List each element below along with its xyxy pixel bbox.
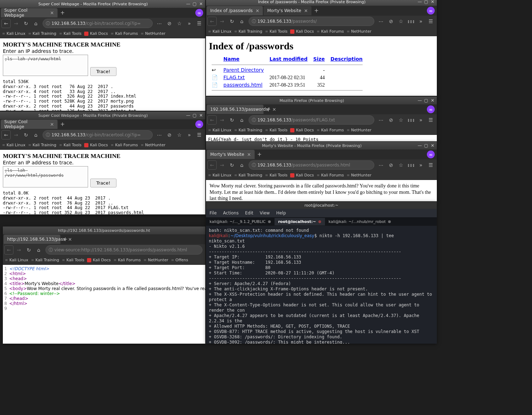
titlebar[interactable]: Super Cool Webpage - Mozilla Firefox (Pr… — [0, 111, 205, 119]
minimize-button[interactable]: — — [185, 1, 191, 7]
titlebar[interactable]: Morty's Website - Mozilla Firefox (Priva… — [206, 142, 437, 149]
home-button[interactable]: ⌂ — [31, 19, 40, 28]
new-tab-button[interactable]: + — [264, 105, 273, 114]
reload-button[interactable]: ↻ — [24, 245, 33, 255]
bookmark-star-icon[interactable]: ☆ — [175, 130, 184, 140]
menu-view[interactable]: View — [260, 211, 270, 215]
menu-dots-icon[interactable]: ⋯ — [155, 19, 164, 28]
reload-button[interactable]: ↻ — [227, 17, 237, 26]
bookmark-item[interactable]: ≡Kali Training — [31, 258, 59, 262]
overflow-button[interactable]: » — [416, 115, 425, 125]
trace-button[interactable]: Trace! — [90, 67, 116, 76]
bookmark-item[interactable]: ≡NetHunter — [141, 31, 165, 36]
bookmark-item[interactable]: ≡Kali Linux — [2, 143, 25, 147]
bookmark-star-icon[interactable]: ☆ — [175, 19, 184, 28]
close-icon[interactable]: ✕ — [272, 107, 276, 112]
bookmark-item[interactable]: ≡Kali Forums — [111, 31, 138, 36]
new-tab-button[interactable]: + — [61, 235, 70, 244]
back-button[interactable]: ← — [207, 17, 217, 26]
ip-input[interactable] — [3, 55, 88, 76]
ip-input[interactable] — [3, 166, 88, 187]
bookmark-item[interactable]: ≡Kali Tools — [59, 143, 82, 147]
bookmark-item[interactable]: ≡Kali Linux — [5, 258, 28, 262]
bookmark-item[interactable]: ≡Kali Training — [234, 128, 262, 132]
close-icon[interactable]: ✕ — [256, 8, 260, 13]
info-icon[interactable]: ⓘ — [46, 21, 50, 27]
new-tab-button[interactable]: + — [58, 9, 67, 17]
bookmark-item[interactable]: ≡NetHunter — [143, 258, 168, 262]
close-icon[interactable]: ⊗ — [388, 219, 391, 224]
bookmark-item[interactable]: ≡Kali Tools — [265, 173, 288, 178]
info-icon[interactable]: ⓘ — [49, 247, 53, 253]
hamburger-menu-button[interactable]: ☰ — [426, 115, 435, 125]
bookmark-item[interactable]: ≡NetHunter — [347, 128, 371, 132]
home-button[interactable]: ⌂ — [237, 160, 246, 170]
minimize-button[interactable]: — — [417, 98, 423, 103]
menu-dots-icon[interactable]: ⋯ — [376, 17, 386, 26]
menu-help[interactable]: Help — [276, 211, 286, 215]
close-button[interactable]: ✕ — [430, 0, 435, 5]
tab-active[interactable]: Super Cool Webpage✕ — [1, 8, 58, 17]
reload-button[interactable]: ↻ — [21, 130, 31, 140]
close-icon[interactable]: ⊗ — [268, 219, 271, 224]
titlebar[interactable]: Mozilla Firefox (Private Browsing) — ▢ ✕ — [206, 97, 437, 104]
term-tab-1[interactable]: kali@kali: ~/..._9.1.2_PUBLIC⊗ — [206, 218, 275, 225]
minimize-button[interactable]: — — [185, 113, 191, 118]
shield-icon[interactable]: ⊘ — [165, 19, 174, 28]
url-bar[interactable]: ⓘ 192.168.56.133/passwords/FLAG.txt — [249, 115, 374, 125]
close-icon[interactable]: ✕ — [247, 152, 251, 157]
forward-button[interactable]: → — [11, 19, 21, 28]
col-desc[interactable]: Description — [331, 56, 363, 62]
bookmark-item[interactable]: ≡Kali Training — [234, 29, 262, 34]
col-size[interactable]: Size — [313, 56, 325, 62]
forward-button[interactable]: → — [217, 115, 227, 125]
col-modified[interactable]: Last modified — [270, 56, 308, 62]
bookmark-item[interactable]: Kali Docs — [87, 258, 110, 262]
new-tab-button[interactable]: + — [255, 150, 264, 159]
new-tab-button[interactable]: + — [58, 120, 67, 129]
back-button[interactable]: ← — [1, 130, 11, 140]
library-icon[interactable]: ⫾⫾⫾ — [406, 17, 416, 26]
close-button[interactable]: ✕ — [198, 113, 204, 118]
bookmark-star-icon[interactable]: ☆ — [396, 17, 406, 26]
reload-button[interactable]: ↻ — [21, 19, 31, 28]
maximize-button[interactable]: ▢ — [192, 1, 197, 7]
home-button[interactable]: ⌂ — [237, 115, 246, 125]
titlebar[interactable]: Index of /passwords - Mozilla Firefox (P… — [206, 0, 437, 6]
overflow-button[interactable]: » — [416, 160, 425, 170]
bookmark-item[interactable]: Kali Docs — [290, 128, 314, 132]
bookmark-item[interactable]: ≡Kali Training — [28, 143, 56, 147]
library-icon[interactable]: ⫾⫾⫾ — [406, 160, 416, 170]
term-tab-2[interactable]: root@localhost:~⊗ — [275, 218, 325, 225]
maximize-button[interactable]: ▢ — [423, 0, 429, 5]
shield-icon[interactable]: ⊘ — [386, 160, 396, 170]
minimize-button[interactable]: — — [417, 0, 423, 5]
bookmark-item[interactable]: ≡Kali Tools — [265, 128, 288, 132]
reload-button[interactable]: ↻ — [227, 160, 237, 170]
bookmark-item[interactable]: ≡NetHunter — [347, 29, 371, 34]
close-icon[interactable]: ⊗ — [318, 219, 321, 224]
bookmark-star-icon[interactable]: ☆ — [396, 115, 406, 125]
info-icon[interactable]: ⓘ — [252, 162, 256, 168]
tab-active[interactable]: 192.168.56.133/passwords/✕ — [207, 105, 264, 114]
back-button[interactable]: ← — [1, 19, 11, 28]
titlebar[interactable]: http://192.168.56.133/passwords/password… — [3, 226, 205, 234]
terminal-body[interactable]: bash: nikto_scan.txt: command not found … — [206, 226, 437, 344]
info-icon[interactable]: ⓘ — [46, 132, 50, 138]
forward-button[interactable]: → — [11, 130, 21, 140]
bookmark-item[interactable]: ≡Kali Forums — [114, 258, 141, 262]
term-tab-3[interactable]: kali@kali: ~/...nhub/mr_robot⊗ — [325, 218, 395, 225]
hamburger-menu-button[interactable]: ☰ — [195, 19, 204, 28]
url-bar[interactable]: ⓘ 192.168.56.133/cgi-bin/tracertool.cgi?… — [43, 19, 153, 28]
hamburger-menu-button[interactable]: ☰ — [426, 160, 435, 170]
bookmark-item[interactable]: Kali Docs — [84, 143, 108, 147]
tab-active[interactable]: Morty's Website✕ — [207, 150, 255, 159]
bookmark-item[interactable]: ≡NetHunter — [141, 143, 165, 147]
bookmark-item[interactable]: ≡Kali Tools — [62, 258, 85, 262]
bookmark-star-icon[interactable]: ☆ — [396, 160, 406, 170]
menu-edit[interactable]: Edit — [245, 211, 253, 215]
bookmark-item[interactable]: ≡Kali Forums — [317, 128, 344, 132]
url-bar[interactable]: ⓘ 192.168.56.133/cgi-bin/tracertool.cgi?… — [43, 130, 153, 140]
trace-button[interactable]: Trace! — [90, 179, 116, 187]
close-button[interactable]: ✕ — [198, 1, 204, 7]
